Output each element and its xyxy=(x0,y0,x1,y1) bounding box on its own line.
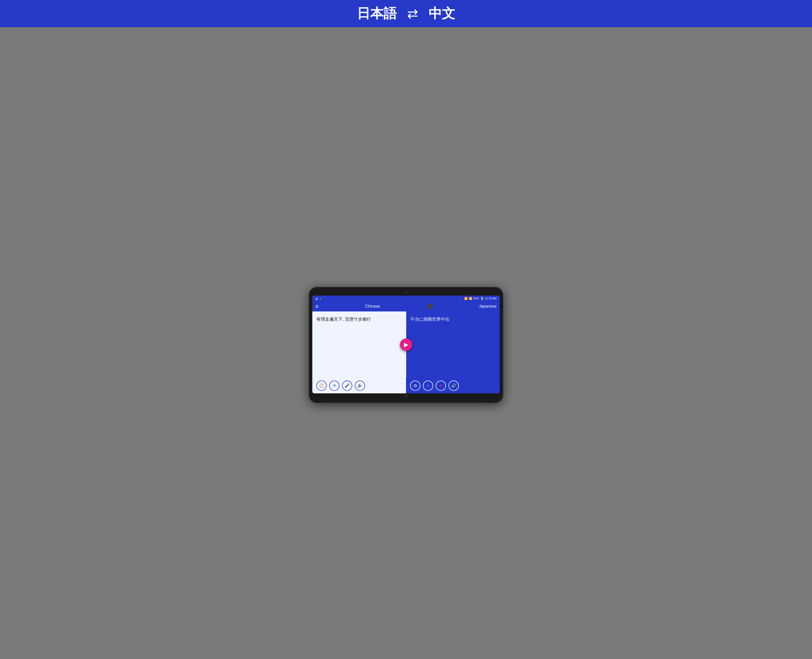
bottom-actions: 📋 ✕ 🎤 🔊 ⧉ ↑ xyxy=(312,378,500,393)
time-display: 11:29 AM xyxy=(485,297,497,300)
speaker-icon: 🔊 xyxy=(357,383,363,388)
tablet-home-area xyxy=(312,393,500,397)
usb-icon: ψ xyxy=(315,296,318,300)
target-language-label[interactable]: Japanese xyxy=(479,304,497,309)
target-panel: 不当に困難世界中右 xyxy=(406,311,500,378)
mic-icon: 🎤 xyxy=(345,383,350,388)
translate-icon: ▶ xyxy=(404,341,408,348)
source-speaker-button[interactable]: 🔊 xyxy=(355,380,365,391)
status-bar-right: 📶 📶 54% 🔋 11:29 AM xyxy=(464,297,497,300)
clear-button[interactable]: ✕ xyxy=(329,380,339,391)
microphone-button[interactable]: 🎤 xyxy=(342,380,352,391)
share-button[interactable]: ↑ xyxy=(423,380,433,391)
notification-icon: ● xyxy=(319,296,321,300)
target-speaker-icon: 🔊 xyxy=(451,383,456,388)
banner-lang-left: 日本語 xyxy=(357,5,397,22)
banner-lang-right: 中文 xyxy=(429,5,455,22)
source-panel[interactable]: 有理走遍天下, 无理寸步难行 xyxy=(312,311,406,378)
menu-button[interactable]: ≡ xyxy=(315,304,318,309)
tablet-screen: ψ ● 📶 📶 54% 🔋 11:29 AM ≡ Chinese ⬛ Japan… xyxy=(312,296,500,393)
app-toolbar: ≡ Chinese ⬛ Japanese xyxy=(312,301,500,311)
clear-icon: ✕ xyxy=(333,383,336,388)
status-bar-left: ψ ● xyxy=(315,296,321,300)
clipboard-icon: 📋 xyxy=(319,383,324,388)
target-speaker-button[interactable]: 🔊 xyxy=(448,380,459,391)
heart-icon: ♥ xyxy=(440,383,442,388)
copy-button[interactable]: ⧉ xyxy=(410,380,420,391)
battery-icon: 🔋 xyxy=(480,297,484,300)
target-actions: ⧉ ↑ ♥ 🔊 xyxy=(406,378,500,393)
clipboard-button[interactable]: 📋 xyxy=(316,380,326,391)
translate-fab-button[interactable]: ▶ xyxy=(400,339,412,351)
source-actions: 📋 ✕ 🎤 🔊 xyxy=(312,378,406,393)
source-language-label[interactable]: Chinese xyxy=(365,304,380,309)
battery-text: 54% xyxy=(473,297,479,300)
copy-icon: ⧉ xyxy=(414,383,417,388)
tablet-camera xyxy=(405,292,407,293)
share-icon: ↑ xyxy=(427,383,429,388)
translation-area: 有理走遍天下, 无理寸步难行 ▶ 不当に困難世界中右 xyxy=(312,311,500,378)
signal-icon: 📶 xyxy=(469,297,472,300)
source-text: 有理走遍天下, 无理寸步难行 xyxy=(316,316,402,323)
target-text: 不当に困難世界中右 xyxy=(410,316,496,323)
swap-languages-button[interactable]: ⬛ xyxy=(427,304,432,309)
home-button[interactable] xyxy=(405,395,407,397)
status-bar: ψ ● 📶 📶 54% 🔋 11:29 AM xyxy=(312,296,500,301)
top-banner: 日本語 ⇄ 中文 xyxy=(0,0,812,27)
wifi-icon: 📶 xyxy=(464,297,468,300)
tablet-device: ψ ● 📶 📶 54% 🔋 11:29 AM ≡ Chinese ⬛ Japan… xyxy=(309,287,503,403)
favorite-button[interactable]: ♥ xyxy=(436,380,446,391)
banner-swap-icon: ⇄ xyxy=(407,6,418,21)
